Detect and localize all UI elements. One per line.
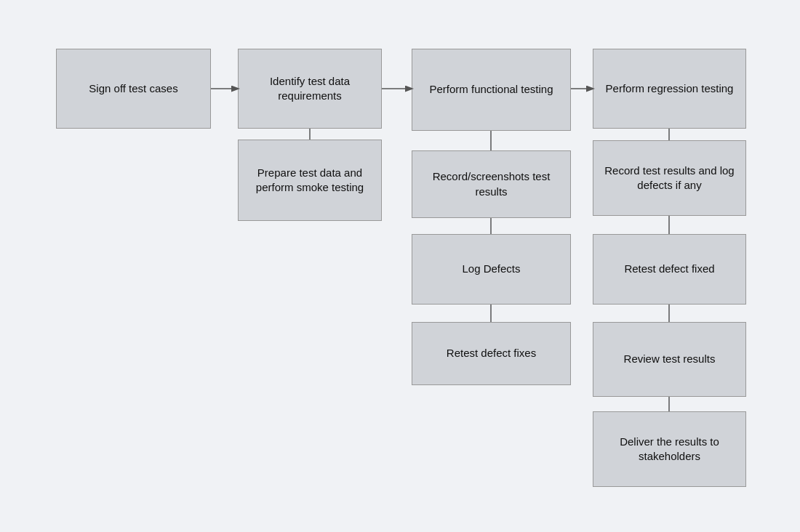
node-regression: Perform regression testing bbox=[593, 49, 746, 129]
node-record-results: Record test results and log defects if a… bbox=[593, 140, 746, 216]
node-identify: Identify test data requirements bbox=[238, 49, 382, 129]
node-sign-off: Sign off test cases bbox=[56, 49, 211, 129]
node-log-defects: Log Defects bbox=[412, 234, 571, 305]
node-prepare: Prepare test data and perform smoke test… bbox=[238, 140, 382, 221]
node-functional: Perform functional testing bbox=[412, 49, 571, 131]
node-retest-fixes: Retest defect fixes bbox=[412, 322, 571, 385]
node-record-screenshots: Record/screenshots test results bbox=[412, 150, 571, 218]
node-review-results: Review test results bbox=[593, 322, 746, 397]
diagram-container: Sign off test cases Identify test data r… bbox=[0, 0, 800, 532]
node-deliver: Deliver the results to stakeholders bbox=[593, 411, 746, 487]
node-retest-fixed: Retest defect fixed bbox=[593, 234, 746, 305]
